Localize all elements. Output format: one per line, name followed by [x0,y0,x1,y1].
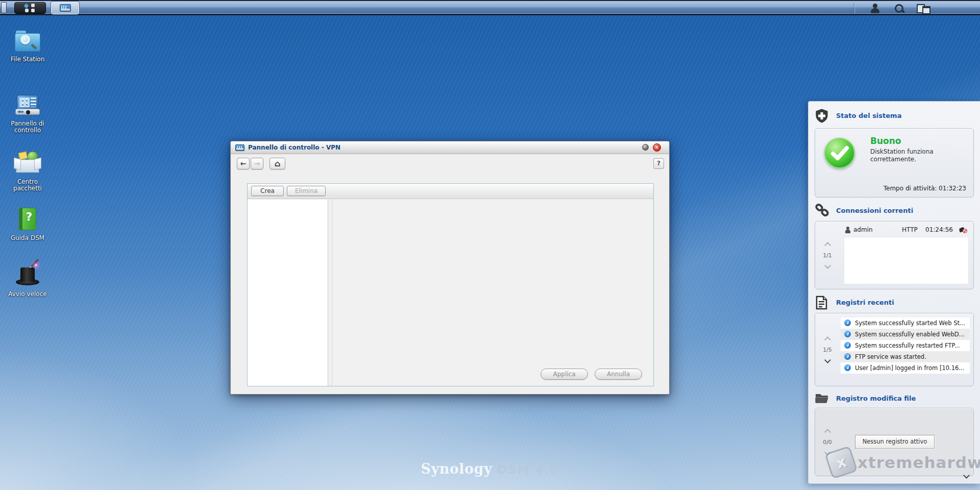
recent-logs-header: Registri recenti [815,295,973,310]
user-menu-icon[interactable] [869,3,882,14]
pilot-view-icon[interactable] [916,3,929,14]
forward-button[interactable]: → [251,158,263,169]
search-icon[interactable] [892,3,905,14]
create-button[interactable]: Crea [251,186,284,196]
back-button[interactable]: ← [237,158,250,169]
log-row: iUser [admin] logged in from [10.16... [841,362,970,374]
status-value: Buono [870,136,901,146]
taskbar-separator [854,3,855,14]
log-row: iFTP service was started. [841,351,970,362]
folder-icon [815,391,830,405]
cancel-button[interactable]: Annulla [595,369,642,380]
site-watermark: x xtremehardware.com [828,449,980,476]
log-row: iSystem successfully enabled WebD... [841,329,970,340]
delete-button[interactable]: Elimina [287,186,326,196]
chain-link-icon [815,204,830,217]
shield-icon [815,109,830,122]
user-icon [845,227,851,233]
connections-pager: 1/1 [815,222,840,289]
log-text: FTP service was started. [855,353,926,360]
close-button[interactable]: ✕ [653,143,661,152]
vpn-profile-list[interactable] [248,200,328,386]
connection-protocol: HTTP [902,226,918,233]
info-icon: i [844,331,851,337]
connection-row: admin HTTP 01:24:56 [845,226,968,235]
file-station-icon [14,28,41,54]
apply-button[interactable]: Applica [541,369,588,380]
desktop-icon-quick-start[interactable]: Avvio veloce [3,262,52,298]
log-text: System successfully restarted FTP... [855,342,960,349]
page-up-icon[interactable] [824,429,831,435]
info-icon: i [844,320,851,326]
control-panel-icon [14,92,41,118]
magician-hat-icon [14,262,41,289]
connections-box: 1/1 admin HTTP 01:24:56 [815,221,974,289]
recent-logs-box: 1/5 iSystem successfully started Web St.… [815,313,974,386]
widget-title: Registro modifica file [836,395,916,402]
page-indicator: 1/5 [823,347,832,353]
log-text: User [admin] logged in from [10.16... [855,364,964,372]
log-row: iSystem successfully restarted FTP... [841,340,970,351]
no-active-log-label: Nessun registro attivo [855,435,935,449]
desktop-screen: File Station Pannello di controllo Centr… [0,0,980,490]
desktop-icon-label: Centro pacchetti [7,179,48,192]
desktop-icon-label: File Station [3,56,52,63]
connections-header: Connessioni correnti [815,203,973,218]
page-up-icon[interactable] [824,336,831,343]
show-desktop-button[interactable] [1,2,7,13]
log-text: System successfully enabled WebD... [855,331,965,338]
desktop-icon-dsm-help[interactable]: ? Guida DSM [3,206,52,241]
log-text: System successfully started Web St... [855,320,965,327]
taskbar-item-control-panel[interactable] [51,2,79,14]
desktop-icon-package-center[interactable]: Centro pacchetti [3,150,52,192]
system-status-header: Stato del sistema [815,108,973,123]
log-list: iSystem successfully started Web St... i… [841,317,970,374]
page-indicator: 1/1 [823,252,832,259]
widget-panel: Stato del sistema Buono DiskStation funz… [808,101,980,484]
help-book-icon: ? [14,206,41,233]
desktop-icon-label: Pannello di controllo [7,120,48,134]
desktop-icon-file-station[interactable]: File Station [3,28,52,63]
control-panel-icon [60,4,71,12]
info-icon: i [844,342,851,349]
log-row: iSystem successfully started Web St... [841,317,970,329]
desktop-icon-control-panel[interactable]: Pannello di controllo [3,92,52,134]
page-indicator: 0/0 [823,439,832,446]
system-status-box: Buono DiskStation funziona correttamente… [815,128,974,198]
home-button[interactable]: ⌂ [270,158,285,169]
widget-title: Connessioni correnti [836,207,913,214]
main-menu-button[interactable] [14,2,46,14]
page-up-icon[interactable] [824,242,831,249]
minimize-button[interactable] [642,144,649,151]
dsm-wallpaper-logo: SynologyDSM 4.0 [421,461,559,477]
taskbar [0,0,980,15]
info-icon: i [844,364,851,371]
version-text: DSM 4.0 [497,463,559,476]
help-button[interactable]: ? [653,158,664,169]
desktop-icon-label: Avvio veloce [3,291,52,298]
window-titlebar[interactable]: Pannello di controllo - VPN ✕ [231,141,669,154]
widget-title: Registri recenti [836,299,894,306]
control-panel-vpn-window: Pannello di controllo - VPN ✕ ← → ⌂ ? Cr… [230,141,670,395]
watermark-x-logo: x [824,446,858,479]
uptime-text: Tempo di attività: 01:32:23 [884,185,966,192]
status-description: DiskStation funziona correttamente. [870,148,957,163]
file-change-log-header: Registro modifica file [815,390,973,406]
info-icon: i [844,353,851,360]
logs-pager: 1/5 [815,313,840,386]
disconnect-icon[interactable] [959,226,967,233]
vpn-list-toolbar: Crea Elimina [248,184,653,199]
page-down-icon[interactable] [824,357,831,363]
widget-title: Stato del sistema [836,112,901,119]
connections-list-area [844,237,969,284]
brand-text: Synology [421,461,493,477]
window-title: Pannello di controllo - VPN [248,144,340,151]
vpn-content-box: Crea Elimina Applica Annulla [247,183,654,386]
watermark-text: xtremehardware.com [857,453,980,472]
page-down-icon[interactable] [824,262,831,269]
connection-user: admin [853,226,873,233]
log-document-icon [815,296,830,309]
desktop-icon-label: Guida DSM [3,235,52,241]
status-ok-icon [824,138,855,168]
vpn-detail-pane [332,200,653,386]
